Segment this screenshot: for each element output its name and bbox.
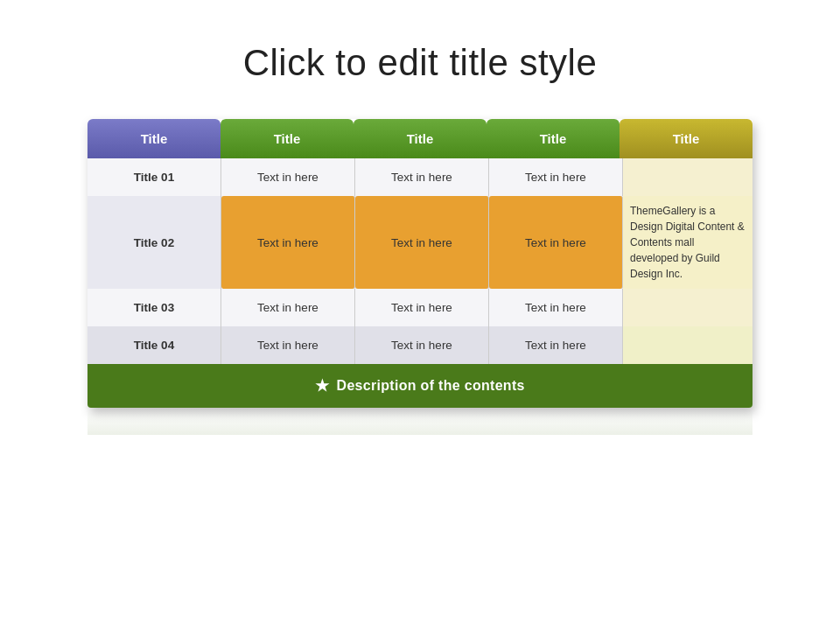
footer-text: Description of the contents bbox=[337, 378, 525, 394]
row4-title[interactable]: Title 04 bbox=[88, 326, 221, 364]
row1-col1[interactable]: Text in here bbox=[221, 158, 355, 196]
table-body: Title 01 Text in here Text in here Text … bbox=[88, 158, 752, 364]
row2-title[interactable]: Title 02 bbox=[88, 196, 221, 289]
table-row: Title 01 Text in here Text in here Text … bbox=[88, 158, 752, 196]
table-footer[interactable]: ★ Description of the contents bbox=[88, 364, 752, 408]
page-title[interactable]: Click to edit title style bbox=[243, 42, 598, 84]
row4-col2[interactable]: Text in here bbox=[355, 326, 489, 364]
table-row: Title 04 Text in here Text in here Text … bbox=[88, 326, 752, 364]
row2-col1[interactable]: Text in here bbox=[221, 196, 355, 289]
header-col-2[interactable]: Title bbox=[354, 119, 486, 158]
content-table: Title Title Title Title Title Title 01 T… bbox=[88, 119, 752, 408]
row1-col2[interactable]: Text in here bbox=[355, 158, 489, 196]
star-icon: ★ bbox=[315, 376, 329, 396]
row2-col2[interactable]: Text in here bbox=[355, 196, 489, 289]
row3-title[interactable]: Title 03 bbox=[88, 289, 221, 326]
table-row: Title 03 Text in here Text in here Text … bbox=[88, 289, 752, 326]
row3-col2[interactable]: Text in here bbox=[355, 289, 489, 326]
row2-col4[interactable]: ThemeGallery is a Design Digital Content… bbox=[623, 196, 752, 289]
table-row: Title 02 Text in here Text in here Text … bbox=[88, 196, 752, 289]
row3-col1[interactable]: Text in here bbox=[221, 289, 355, 326]
row4-col1[interactable]: Text in here bbox=[221, 326, 355, 364]
header-col-3[interactable]: Title bbox=[486, 119, 620, 158]
row2-col3[interactable]: Text in here bbox=[489, 196, 623, 289]
reflection bbox=[88, 409, 752, 435]
row4-col4[interactable] bbox=[623, 326, 752, 364]
row3-col4[interactable] bbox=[623, 289, 752, 326]
row1-col4[interactable] bbox=[623, 158, 752, 196]
row1-col3[interactable]: Text in here bbox=[489, 158, 623, 196]
row3-col3[interactable]: Text in here bbox=[489, 289, 623, 326]
header-col-0[interactable]: Title bbox=[88, 119, 220, 158]
header-col-4[interactable]: Title bbox=[620, 119, 752, 158]
header-col-1[interactable]: Title bbox=[220, 119, 354, 158]
row4-col3[interactable]: Text in here bbox=[489, 326, 623, 364]
row1-title[interactable]: Title 01 bbox=[88, 158, 221, 196]
table-header: Title Title Title Title Title bbox=[88, 119, 752, 158]
